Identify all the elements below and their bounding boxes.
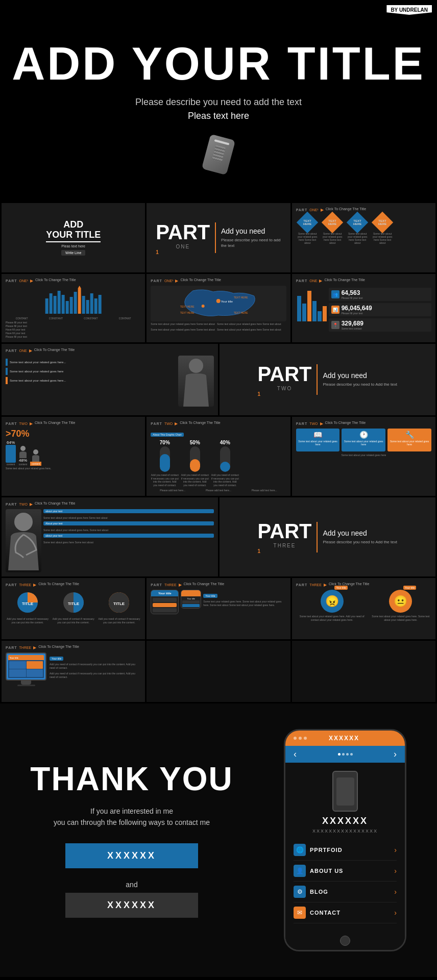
map-text-2: Some text about your related goes here S… <box>217 322 281 326</box>
related-text-bottom: Some text about your related goes here, <box>6 467 141 470</box>
menu-arrow-2: › <box>394 867 397 875</box>
part-three-num: THREE <box>258 543 312 548</box>
part-two-desc: Please describe you need to Add the text <box>323 382 397 387</box>
slide-part-one-center: PART ONE 1 Add you need Please describe … <box>147 203 290 272</box>
slide-pleas-text: Pleas text here <box>61 244 85 248</box>
diamond-text-2: Some text about your related goes here S… <box>321 232 344 244</box>
map-placeholder: Your title TEXT HERE TEXT HERE TEXT HERE… <box>151 286 286 321</box>
pct-64: 64% content <box>6 440 16 466</box>
person-2-text-1: Some text about your related goes here S… <box>43 516 214 519</box>
part-three-label: PART <box>258 520 312 543</box>
slide-empty-1 <box>147 641 290 702</box>
globe-icon: 🌐 <box>294 844 306 856</box>
hero-subtitle: Please describe you need to add the text <box>10 97 427 108</box>
slide-part-two-center: PART TWO 1 Add you need Please describe … <box>220 344 436 415</box>
thermo-1: 70% Add you need of contact if necessary… <box>151 440 179 487</box>
thermo-text-1: Add you need of contact if necessary you… <box>151 473 179 487</box>
about-badge-1: about your text <box>43 509 214 513</box>
slide-row-1: ADD YOUR TITLE Pleas text here Write Lin… <box>0 203 437 274</box>
mail-icon: ✉ <box>294 907 306 919</box>
map-text-1: Some text about your related goes here S… <box>151 322 215 326</box>
svg-text:TEXT HERE: TEXT HERE <box>234 296 249 299</box>
menu-item-pprtfoid[interactable]: 🌐 PPRTFOID › <box>294 840 397 861</box>
phone-nav-left-arrow[interactable]: ‹ <box>294 749 297 760</box>
text-line-2: Some text about your related goes here <box>6 368 176 375</box>
phone-nav-right-arrow[interactable]: › <box>394 749 397 760</box>
bar-label-2: CONSTANT <box>49 317 63 320</box>
stat-2-number: 96,045,649 <box>342 305 372 312</box>
pie-1-text: Add you need of contact if necessary you… <box>6 617 50 624</box>
slide-row-3: PART ONE ▶ Click To Change The Title Som… <box>0 344 437 417</box>
about-badge-3: about your text <box>43 534 214 538</box>
stats-bar-chart <box>296 286 327 321</box>
svg-rect-4 <box>62 295 65 314</box>
bar-label-4: CONTANT <box>119 317 131 320</box>
menu-item-about[interactable]: 👤 ABOUT US › <box>294 861 397 882</box>
diamonds-part-num: ONE¹ <box>309 208 319 212</box>
part-one-title: Add you need <box>221 227 281 235</box>
thermo-3: 40% Add you need of contact if necessary… <box>211 440 239 487</box>
menu-arrow-1: › <box>394 846 397 854</box>
menu-item-contact[interactable]: ✉ CONTACT › <box>294 902 397 923</box>
phone-nav-dot-3 <box>346 753 349 756</box>
brand-badge: BY UNDRELAN <box>386 5 432 15</box>
pct-48: 48% content <box>18 445 28 466</box>
svg-rect-6 <box>70 297 73 314</box>
svg-rect-22 <box>297 296 301 321</box>
icon-box-3: 🔧 Some text about your related goes here <box>387 429 431 451</box>
bar-label-3: CONSTANT <box>84 317 98 320</box>
emoji-2: 😐 Your title Some text about your relate… <box>370 590 431 621</box>
svg-point-15 <box>216 299 221 303</box>
diamond-shape-1: TEXT HERE <box>297 212 318 233</box>
part-divider <box>215 222 216 253</box>
slide-add-title: ADD YOUR TITLE <box>46 220 101 242</box>
svg-rect-3 <box>58 291 61 314</box>
diamond-2: TEXT HERE Some text about your related g… <box>321 215 344 244</box>
contact-btn-2[interactable]: XXXXXX <box>65 893 198 918</box>
icon-boxes-footer: Some text about your related goes here <box>296 454 431 457</box>
blog-label: BLOG <box>310 889 328 895</box>
diamond-1: TEXT HERE Some text about your related g… <box>296 215 319 244</box>
thermo-text-3: Add you need of contact if necessary you… <box>211 473 239 487</box>
diamond-text-4: Some text about your related goes here S… <box>371 232 394 244</box>
your-title-badge-2: Your title <box>50 657 63 661</box>
icon-box-3-text: Some text about your related goes here <box>390 440 429 446</box>
remote-icon <box>202 134 235 175</box>
slide-part-two-stats: PART TWO ▶ Click To Change The Title >70… <box>2 417 145 496</box>
diamond-shape-4: TEXT HERE <box>372 212 393 233</box>
part-three-title: Add you need <box>323 529 397 537</box>
hero-section: BY UNDRELAN ADD YOUR TITLE Please descri… <box>0 0 437 203</box>
part-three-divider <box>317 522 318 552</box>
emoji-badge-2: Your title <box>403 586 416 590</box>
thank-you-right: XXXXXX ‹ › <box>263 729 427 951</box>
write-line-button[interactable]: Write Line <box>61 250 85 256</box>
svg-text:TEXT HERE: TEXT HERE <box>180 311 195 314</box>
person-2-texts: about your text Some text about your rel… <box>43 509 214 572</box>
svg-text:Your title: Your title <box>221 300 233 303</box>
svg-text:TITLE: TITLE <box>22 601 34 606</box>
small-phone-title: Your title <box>182 597 200 600</box>
phone-nav-bar: ‹ › <box>285 746 405 763</box>
fill-text-4: Have fill your text <box>6 332 27 335</box>
thank-you-left: THANK YOU If you are interested in me yo… <box>10 729 263 951</box>
contact-btn-1[interactable]: XXXXXX <box>65 843 198 868</box>
slide-bar-chart: PART ONE¹ ▶ Click To Change The Title <box>2 274 145 342</box>
monitor-mockup: Your title <box>6 652 46 686</box>
phone-home-button[interactable] <box>340 936 350 946</box>
pct-content-3: content <box>30 449 41 466</box>
contact-label: CONTACT <box>310 910 341 916</box>
fill-text-2: Please fill your text <box>6 324 27 328</box>
slide-row-6: PART THREE ▶ Click To Change The Title T… <box>0 578 437 641</box>
hero-title: ADD YOUR TITLE <box>10 41 427 87</box>
neutral-icon: 😐 <box>394 595 407 608</box>
thermo-text-2: Add you need of contact if necessary you… <box>181 473 209 487</box>
about-badge-2: About your text <box>43 521 214 525</box>
phone-nav-dot-2 <box>342 753 345 756</box>
slide-emoji: PART THREE ▶ Click To Change The Title 😠… <box>292 578 435 639</box>
svg-point-30 <box>33 449 38 455</box>
svg-point-28 <box>189 359 203 373</box>
emoji-badge-1: Your title <box>334 586 347 590</box>
menu-item-blog[interactable]: ⚙ BLOG › <box>294 882 397 902</box>
svg-text:TITLE: TITLE <box>113 601 125 606</box>
emoji-circle-1: 😠 Your title <box>321 590 344 613</box>
